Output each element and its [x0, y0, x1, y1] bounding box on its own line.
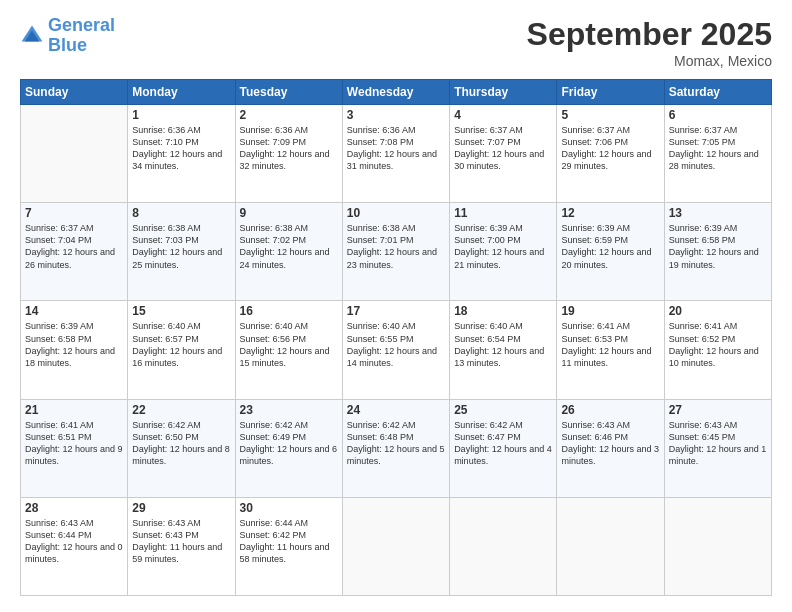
cell-sun-info: Sunrise: 6:36 AMSunset: 7:08 PMDaylight:… — [347, 124, 445, 173]
cell-sun-info: Sunrise: 6:40 AMSunset: 6:56 PMDaylight:… — [240, 320, 338, 369]
calendar-cell: 23Sunrise: 6:42 AMSunset: 6:49 PMDayligh… — [235, 399, 342, 497]
day-number: 25 — [454, 403, 552, 417]
calendar-cell — [557, 497, 664, 595]
cell-sun-info: Sunrise: 6:42 AMSunset: 6:48 PMDaylight:… — [347, 419, 445, 468]
day-number: 16 — [240, 304, 338, 318]
calendar-cell: 22Sunrise: 6:42 AMSunset: 6:50 PMDayligh… — [128, 399, 235, 497]
cell-sun-info: Sunrise: 6:41 AMSunset: 6:51 PMDaylight:… — [25, 419, 123, 468]
cell-sun-info: Sunrise: 6:41 AMSunset: 6:53 PMDaylight:… — [561, 320, 659, 369]
day-number: 4 — [454, 108, 552, 122]
day-number: 8 — [132, 206, 230, 220]
cell-sun-info: Sunrise: 6:40 AMSunset: 6:55 PMDaylight:… — [347, 320, 445, 369]
day-number: 9 — [240, 206, 338, 220]
cell-sun-info: Sunrise: 6:38 AMSunset: 7:02 PMDaylight:… — [240, 222, 338, 271]
month-title: September 2025 — [527, 16, 772, 53]
day-number: 18 — [454, 304, 552, 318]
weekday-header-monday: Monday — [128, 80, 235, 105]
calendar-cell: 29Sunrise: 6:43 AMSunset: 6:43 PMDayligh… — [128, 497, 235, 595]
day-number: 15 — [132, 304, 230, 318]
logo-icon — [20, 24, 44, 48]
day-number: 29 — [132, 501, 230, 515]
day-number: 24 — [347, 403, 445, 417]
calendar-table: SundayMondayTuesdayWednesdayThursdayFrid… — [20, 79, 772, 596]
cell-sun-info: Sunrise: 6:39 AMSunset: 6:58 PMDaylight:… — [669, 222, 767, 271]
day-number: 26 — [561, 403, 659, 417]
calendar-cell: 8Sunrise: 6:38 AMSunset: 7:03 PMDaylight… — [128, 203, 235, 301]
cell-sun-info: Sunrise: 6:38 AMSunset: 7:03 PMDaylight:… — [132, 222, 230, 271]
calendar-cell: 7Sunrise: 6:37 AMSunset: 7:04 PMDaylight… — [21, 203, 128, 301]
weekday-header-saturday: Saturday — [664, 80, 771, 105]
day-number: 3 — [347, 108, 445, 122]
calendar-cell: 6Sunrise: 6:37 AMSunset: 7:05 PMDaylight… — [664, 105, 771, 203]
calendar-cell: 27Sunrise: 6:43 AMSunset: 6:45 PMDayligh… — [664, 399, 771, 497]
calendar-cell — [342, 497, 449, 595]
calendar-cell: 24Sunrise: 6:42 AMSunset: 6:48 PMDayligh… — [342, 399, 449, 497]
logo-text: General Blue — [48, 16, 115, 56]
cell-sun-info: Sunrise: 6:36 AMSunset: 7:09 PMDaylight:… — [240, 124, 338, 173]
day-number: 20 — [669, 304, 767, 318]
calendar-cell: 25Sunrise: 6:42 AMSunset: 6:47 PMDayligh… — [450, 399, 557, 497]
calendar-cell: 19Sunrise: 6:41 AMSunset: 6:53 PMDayligh… — [557, 301, 664, 399]
day-number: 12 — [561, 206, 659, 220]
cell-sun-info: Sunrise: 6:39 AMSunset: 6:59 PMDaylight:… — [561, 222, 659, 271]
day-number: 1 — [132, 108, 230, 122]
calendar-cell: 15Sunrise: 6:40 AMSunset: 6:57 PMDayligh… — [128, 301, 235, 399]
calendar-cell: 5Sunrise: 6:37 AMSunset: 7:06 PMDaylight… — [557, 105, 664, 203]
cell-sun-info: Sunrise: 6:39 AMSunset: 7:00 PMDaylight:… — [454, 222, 552, 271]
calendar-week-row: 28Sunrise: 6:43 AMSunset: 6:44 PMDayligh… — [21, 497, 772, 595]
cell-sun-info: Sunrise: 6:39 AMSunset: 6:58 PMDaylight:… — [25, 320, 123, 369]
cell-sun-info: Sunrise: 6:40 AMSunset: 6:57 PMDaylight:… — [132, 320, 230, 369]
day-number: 5 — [561, 108, 659, 122]
calendar-week-row: 14Sunrise: 6:39 AMSunset: 6:58 PMDayligh… — [21, 301, 772, 399]
calendar-cell: 12Sunrise: 6:39 AMSunset: 6:59 PMDayligh… — [557, 203, 664, 301]
calendar-cell: 2Sunrise: 6:36 AMSunset: 7:09 PMDaylight… — [235, 105, 342, 203]
calendar-cell — [21, 105, 128, 203]
calendar-cell: 17Sunrise: 6:40 AMSunset: 6:55 PMDayligh… — [342, 301, 449, 399]
cell-sun-info: Sunrise: 6:37 AMSunset: 7:04 PMDaylight:… — [25, 222, 123, 271]
calendar-cell: 28Sunrise: 6:43 AMSunset: 6:44 PMDayligh… — [21, 497, 128, 595]
logo: General Blue — [20, 16, 115, 56]
cell-sun-info: Sunrise: 6:43 AMSunset: 6:45 PMDaylight:… — [669, 419, 767, 468]
weekday-header-wednesday: Wednesday — [342, 80, 449, 105]
calendar-cell: 10Sunrise: 6:38 AMSunset: 7:01 PMDayligh… — [342, 203, 449, 301]
calendar-cell: 3Sunrise: 6:36 AMSunset: 7:08 PMDaylight… — [342, 105, 449, 203]
cell-sun-info: Sunrise: 6:43 AMSunset: 6:46 PMDaylight:… — [561, 419, 659, 468]
weekday-header-tuesday: Tuesday — [235, 80, 342, 105]
cell-sun-info: Sunrise: 6:36 AMSunset: 7:10 PMDaylight:… — [132, 124, 230, 173]
calendar-cell: 30Sunrise: 6:44 AMSunset: 6:42 PMDayligh… — [235, 497, 342, 595]
calendar-cell: 14Sunrise: 6:39 AMSunset: 6:58 PMDayligh… — [21, 301, 128, 399]
day-number: 28 — [25, 501, 123, 515]
cell-sun-info: Sunrise: 6:42 AMSunset: 6:49 PMDaylight:… — [240, 419, 338, 468]
cell-sun-info: Sunrise: 6:44 AMSunset: 6:42 PMDaylight:… — [240, 517, 338, 566]
cell-sun-info: Sunrise: 6:40 AMSunset: 6:54 PMDaylight:… — [454, 320, 552, 369]
cell-sun-info: Sunrise: 6:43 AMSunset: 6:43 PMDaylight:… — [132, 517, 230, 566]
day-number: 17 — [347, 304, 445, 318]
calendar-week-row: 1Sunrise: 6:36 AMSunset: 7:10 PMDaylight… — [21, 105, 772, 203]
calendar-cell: 21Sunrise: 6:41 AMSunset: 6:51 PMDayligh… — [21, 399, 128, 497]
day-number: 14 — [25, 304, 123, 318]
cell-sun-info: Sunrise: 6:37 AMSunset: 7:06 PMDaylight:… — [561, 124, 659, 173]
cell-sun-info: Sunrise: 6:42 AMSunset: 6:47 PMDaylight:… — [454, 419, 552, 468]
cell-sun-info: Sunrise: 6:37 AMSunset: 7:05 PMDaylight:… — [669, 124, 767, 173]
day-number: 22 — [132, 403, 230, 417]
day-number: 30 — [240, 501, 338, 515]
page: General Blue September 2025 Momax, Mexic… — [0, 0, 792, 612]
calendar-cell: 1Sunrise: 6:36 AMSunset: 7:10 PMDaylight… — [128, 105, 235, 203]
day-number: 19 — [561, 304, 659, 318]
calendar-cell: 16Sunrise: 6:40 AMSunset: 6:56 PMDayligh… — [235, 301, 342, 399]
day-number: 7 — [25, 206, 123, 220]
day-number: 13 — [669, 206, 767, 220]
header: General Blue September 2025 Momax, Mexic… — [20, 16, 772, 69]
calendar-cell: 20Sunrise: 6:41 AMSunset: 6:52 PMDayligh… — [664, 301, 771, 399]
cell-sun-info: Sunrise: 6:43 AMSunset: 6:44 PMDaylight:… — [25, 517, 123, 566]
day-number: 10 — [347, 206, 445, 220]
day-number: 11 — [454, 206, 552, 220]
day-number: 2 — [240, 108, 338, 122]
calendar-cell: 18Sunrise: 6:40 AMSunset: 6:54 PMDayligh… — [450, 301, 557, 399]
title-block: September 2025 Momax, Mexico — [527, 16, 772, 69]
cell-sun-info: Sunrise: 6:38 AMSunset: 7:01 PMDaylight:… — [347, 222, 445, 271]
location: Momax, Mexico — [527, 53, 772, 69]
calendar-week-row: 21Sunrise: 6:41 AMSunset: 6:51 PMDayligh… — [21, 399, 772, 497]
calendar-cell: 13Sunrise: 6:39 AMSunset: 6:58 PMDayligh… — [664, 203, 771, 301]
calendar-cell: 11Sunrise: 6:39 AMSunset: 7:00 PMDayligh… — [450, 203, 557, 301]
